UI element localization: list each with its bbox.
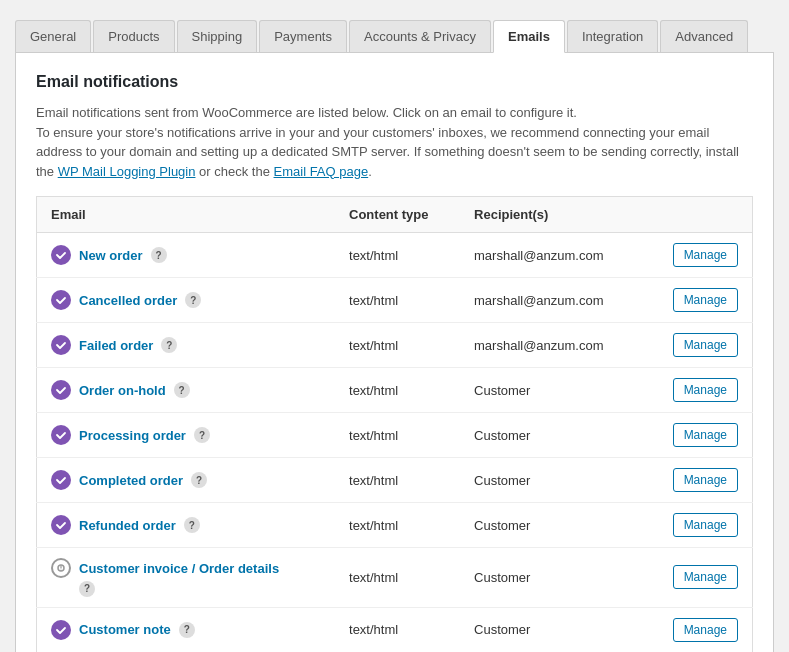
status-icon-refunded-order — [51, 515, 71, 535]
email-cell-customer-note: Customer note? — [37, 607, 336, 652]
email-link-failed-order[interactable]: Failed order — [79, 338, 153, 353]
desc-line1: Email notifications sent from WooCommerc… — [36, 105, 577, 120]
email-link-refunded-order[interactable]: Refunded order — [79, 518, 176, 533]
recipients-cell-order-on-hold: Customer — [460, 368, 643, 413]
table-header-row: Email Content type Recipient(s) — [37, 197, 753, 233]
email-link-new-order[interactable]: New order — [79, 248, 143, 263]
recipients-cell-completed-order: Customer — [460, 458, 643, 503]
status-icon-processing-order — [51, 425, 71, 445]
content-type-cell-completed-order: text/html — [335, 458, 460, 503]
manage-button-order-on-hold[interactable]: Manage — [673, 378, 738, 402]
wp-mail-logging-link[interactable]: WP Mail Logging Plugin — [58, 164, 196, 179]
status-icon-cancelled-order — [51, 290, 71, 310]
content-type-cell-new-order: text/html — [335, 233, 460, 278]
email-link-customer-note[interactable]: Customer note — [79, 622, 171, 637]
actions-cell-refunded-order: Manage — [643, 503, 752, 548]
nav-tab-advanced[interactable]: Advanced — [660, 20, 748, 52]
table-row: Cancelled order?text/htmlmarshall@anzum.… — [37, 278, 753, 323]
actions-cell-customer-invoice: Manage — [643, 548, 752, 608]
status-icon-failed-order — [51, 335, 71, 355]
table-row: Customer invoice / Order details?text/ht… — [37, 548, 753, 608]
help-icon-refunded-order[interactable]: ? — [184, 517, 200, 533]
table-row: Customer note?text/htmlCustomerManage — [37, 607, 753, 652]
recipients-cell-cancelled-order: marshall@anzum.com — [460, 278, 643, 323]
content-area: Email notifications Email notifications … — [15, 52, 774, 652]
desc-end: . — [368, 164, 372, 179]
table-row: Processing order?text/htmlCustomerManage — [37, 413, 753, 458]
nav-tab-payments[interactable]: Payments — [259, 20, 347, 52]
help-icon-customer-note[interactable]: ? — [179, 622, 195, 638]
actions-cell-customer-note: Manage — [643, 607, 752, 652]
email-link-customer-invoice[interactable]: Customer invoice / Order details — [79, 561, 279, 576]
help-icon-processing-order[interactable]: ? — [194, 427, 210, 443]
email-link-completed-order[interactable]: Completed order — [79, 473, 183, 488]
actions-cell-processing-order: Manage — [643, 413, 752, 458]
nav-tab-integration[interactable]: Integration — [567, 20, 658, 52]
recipients-cell-customer-invoice: Customer — [460, 548, 643, 608]
actions-cell-new-order: Manage — [643, 233, 752, 278]
help-icon-customer-invoice[interactable]: ? — [79, 581, 95, 597]
content-type-cell-customer-note: text/html — [335, 607, 460, 652]
help-icon-order-on-hold[interactable]: ? — [174, 382, 190, 398]
content-type-cell-order-on-hold: text/html — [335, 368, 460, 413]
email-cell-order-on-hold: Order on-hold? — [37, 368, 336, 413]
actions-cell-cancelled-order: Manage — [643, 278, 752, 323]
desc-mid: or check the — [195, 164, 273, 179]
actions-cell-order-on-hold: Manage — [643, 368, 752, 413]
help-icon-cancelled-order[interactable]: ? — [185, 292, 201, 308]
nav-tab-products[interactable]: Products — [93, 20, 174, 52]
status-icon-customer-note — [51, 620, 71, 640]
email-cell-completed-order: Completed order? — [37, 458, 336, 503]
recipients-cell-processing-order: Customer — [460, 413, 643, 458]
actions-cell-completed-order: Manage — [643, 458, 752, 503]
recipients-cell-refunded-order: Customer — [460, 503, 643, 548]
email-cell-failed-order: Failed order? — [37, 323, 336, 368]
nav-tabs: GeneralProductsShippingPaymentsAccounts … — [15, 10, 774, 52]
email-link-order-on-hold[interactable]: Order on-hold — [79, 383, 166, 398]
content-type-cell-cancelled-order: text/html — [335, 278, 460, 323]
description: Email notifications sent from WooCommerc… — [36, 103, 753, 181]
svg-point-2 — [60, 569, 61, 570]
nav-tab-shipping[interactable]: Shipping — [177, 20, 258, 52]
help-icon-completed-order[interactable]: ? — [191, 472, 207, 488]
content-type-cell-customer-invoice: text/html — [335, 548, 460, 608]
status-icon-new-order — [51, 245, 71, 265]
manage-button-completed-order[interactable]: Manage — [673, 468, 738, 492]
email-cell-cancelled-order: Cancelled order? — [37, 278, 336, 323]
recipients-cell-new-order: marshall@anzum.com — [460, 233, 643, 278]
recipients-cell-failed-order: marshall@anzum.com — [460, 323, 643, 368]
col-content-type: Content type — [335, 197, 460, 233]
manage-button-cancelled-order[interactable]: Manage — [673, 288, 738, 312]
manage-button-processing-order[interactable]: Manage — [673, 423, 738, 447]
manage-button-customer-invoice[interactable]: Manage — [673, 565, 738, 589]
table-row: Failed order?text/htmlmarshall@anzum.com… — [37, 323, 753, 368]
content-type-cell-refunded-order: text/html — [335, 503, 460, 548]
manage-button-refunded-order[interactable]: Manage — [673, 513, 738, 537]
nav-tab-general[interactable]: General — [15, 20, 91, 52]
nav-tab-accounts--privacy[interactable]: Accounts & Privacy — [349, 20, 491, 52]
status-icon-order-on-hold — [51, 380, 71, 400]
col-email: Email — [37, 197, 336, 233]
page-title: Email notifications — [36, 73, 753, 91]
help-icon-new-order[interactable]: ? — [151, 247, 167, 263]
nav-tab-emails[interactable]: Emails — [493, 20, 565, 53]
manage-button-new-order[interactable]: Manage — [673, 243, 738, 267]
manage-button-failed-order[interactable]: Manage — [673, 333, 738, 357]
table-row: Order on-hold?text/htmlCustomerManage — [37, 368, 753, 413]
status-icon-completed-order — [51, 470, 71, 490]
email-table: Email Content type Recipient(s) New orde… — [36, 196, 753, 652]
manage-button-customer-note[interactable]: Manage — [673, 618, 738, 642]
col-recipients: Recipient(s) — [460, 197, 643, 233]
content-type-cell-failed-order: text/html — [335, 323, 460, 368]
email-faq-link[interactable]: Email FAQ page — [274, 164, 369, 179]
help-icon-failed-order[interactable]: ? — [161, 337, 177, 353]
email-cell-processing-order: Processing order? — [37, 413, 336, 458]
col-actions — [643, 197, 752, 233]
status-icon-customer-invoice — [51, 558, 71, 578]
email-link-cancelled-order[interactable]: Cancelled order — [79, 293, 177, 308]
email-link-processing-order[interactable]: Processing order — [79, 428, 186, 443]
email-cell-refunded-order: Refunded order? — [37, 503, 336, 548]
table-row: Completed order?text/htmlCustomerManage — [37, 458, 753, 503]
actions-cell-failed-order: Manage — [643, 323, 752, 368]
main-wrap: GeneralProductsShippingPaymentsAccounts … — [0, 0, 789, 652]
